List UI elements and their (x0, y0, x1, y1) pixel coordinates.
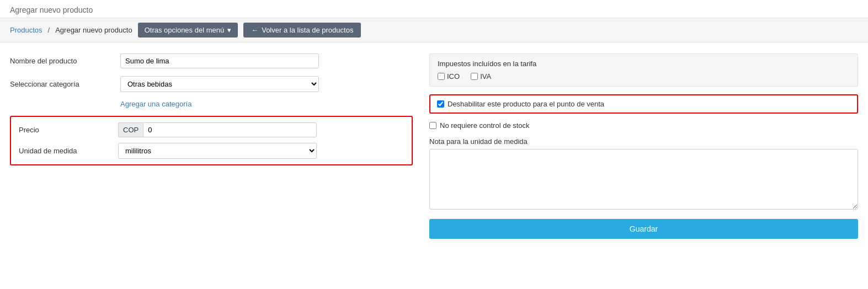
category-select[interactable]: Otras bebidas Bebidas calientes Jugos (120, 76, 319, 92)
price-input[interactable] (143, 122, 317, 137)
disable-pos-section: Deshabilitar este producto para el punto… (429, 94, 858, 114)
product-name-label: Nombre del producto (10, 57, 120, 65)
tax-ico-label: ICO (447, 72, 460, 81)
price-input-group: COP (118, 122, 317, 137)
main-content: Nombre del producto Seleccionar categorí… (0, 42, 868, 250)
price-currency: COP (118, 122, 143, 137)
right-panel: Impuestos incluídos en la tarifa ICO IVA… (429, 53, 858, 239)
product-name-input[interactable] (120, 53, 319, 68)
add-category-link[interactable]: Agregar una categoría (120, 100, 413, 108)
product-name-row: Nombre del producto (10, 53, 413, 68)
breadcrumb-separator: / (48, 26, 50, 34)
tax-title: Impuestos incluídos en la tarifa (438, 60, 850, 68)
disable-pos-label: Deshabilitar este producto para el punto… (448, 100, 604, 108)
disable-pos-checkbox[interactable] (437, 100, 444, 108)
nota-label: Nota para la unidad de medida (429, 137, 858, 146)
tax-iva-label: IVA (480, 72, 491, 81)
tax-ico-checkbox[interactable] (438, 73, 445, 80)
no-stock-label: No requiere control de stock (440, 121, 530, 130)
breadcrumb-current: Agregar nuevo producto (55, 26, 132, 34)
price-unit-section: Precio COP Unidad de medida mililitros l… (10, 116, 413, 165)
save-button[interactable]: Guardar (429, 219, 858, 239)
page-title: Agregar nuevo producto (10, 6, 93, 14)
no-stock-checkbox[interactable] (429, 122, 436, 129)
breadcrumb-bar: Productos / Agregar nuevo producto Otras… (0, 18, 868, 42)
price-row: Precio COP (19, 122, 404, 137)
unit-label: Unidad de medida (19, 147, 118, 155)
category-row: Seleccionar categoría Otras bebidas Bebi… (10, 76, 413, 92)
nota-textarea[interactable] (429, 149, 858, 210)
no-stock-row: No requiere control de stock (429, 121, 858, 130)
menu-options-button[interactable]: Otras opciones del menú (138, 23, 238, 38)
price-label: Precio (19, 126, 118, 134)
tax-ico-item[interactable]: ICO (438, 72, 460, 81)
breadcrumb-parent[interactable]: Productos (10, 26, 42, 34)
arrow-left-icon (251, 26, 258, 34)
tax-iva-item[interactable]: IVA (471, 72, 491, 81)
unit-row: Unidad de medida mililitros litros gramo… (19, 143, 404, 159)
left-panel: Nombre del producto Seleccionar categorí… (10, 53, 413, 239)
category-label: Seleccionar categoría (10, 80, 120, 88)
back-to-list-button[interactable]: Volver a la lista de productos (243, 23, 361, 38)
unit-select[interactable]: mililitros litros gramos kilogramos (118, 143, 317, 159)
tax-checkboxes: ICO IVA (438, 72, 850, 81)
tax-iva-checkbox[interactable] (471, 73, 478, 80)
tax-section: Impuestos incluídos en la tarifa ICO IVA (429, 53, 858, 87)
